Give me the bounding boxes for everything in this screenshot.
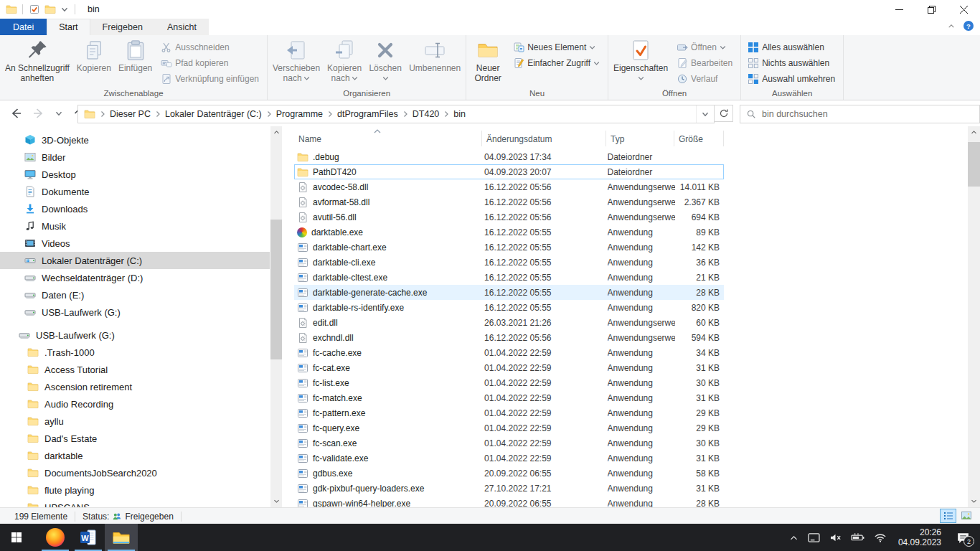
sidebar-item-dokumente[interactable]: Dokumente [0, 183, 270, 200]
column-header-größe[interactable]: Größe [674, 131, 724, 146]
file-row-fc-pattern-exe[interactable]: fc-pattern.exe01.04.2022 22:59Anwendung2… [294, 405, 724, 420]
taskbar-word-button[interactable]: W [72, 524, 105, 551]
breadcrumb-item-dt420[interactable]: DT420 [410, 109, 443, 119]
ribbon-button-öffnen[interactable]: Öffnen [674, 39, 735, 55]
tray-expand-button[interactable] [787, 524, 801, 551]
address-dropdown-button[interactable] [696, 105, 714, 123]
sidebar-item-ayllu[interactable]: ayllu [0, 413, 270, 430]
sidebar-item-dad-s-estate[interactable]: Dad's Estate [0, 430, 270, 447]
ribbon-button-nichts-auswählen[interactable]: Nichts auswählen [745, 55, 837, 70]
notification-center-button[interactable]: 2 [951, 524, 976, 551]
ribbon-button-auswahl-umkehren[interactable]: Auswahl umkehren [745, 71, 837, 86]
file-row-darktable-cli-exe[interactable]: darktable-cli.exe16.12.2022 05:55Anwendu… [294, 255, 724, 270]
ribbon-button-pfad-kopieren[interactable]: Pfad kopieren [159, 55, 261, 70]
sidebar-item-trash-1000[interactable]: .Trash-1000 [0, 344, 270, 361]
file-list-scrollbar[interactable] [968, 126, 980, 507]
wifi-icon[interactable] [872, 524, 889, 551]
ribbon-button-bearbeiten[interactable]: Bearbeiten [674, 55, 735, 70]
scroll-up-arrow[interactable] [270, 126, 282, 138]
file-row-pathdt420[interactable]: PathDT42004.09.2023 20:07Dateiordner [294, 164, 724, 179]
column-header-typ[interactable]: Typ [606, 131, 674, 146]
file-row-fc-cache-exe[interactable]: fc-cache.exe01.04.2022 22:59Anwendung34 … [294, 345, 724, 360]
sidebar-item-bilder[interactable]: Bilder [0, 149, 270, 166]
ribbon-button-kopieren-nach[interactable]: Kopierennach [324, 37, 365, 84]
ribbon-button-verschieben-nach[interactable]: Verschiebennach [269, 37, 324, 84]
refresh-button[interactable] [715, 105, 733, 122]
ribbon-button-löschen[interactable]: Löschen [365, 37, 405, 84]
file-row-darktable-cltest-exe[interactable]: darktable-cltest.exe16.12.2022 05:55Anwe… [294, 270, 724, 285]
start-button[interactable] [0, 524, 33, 551]
file-row-fc-validate-exe[interactable]: fc-validate.exe01.04.2022 22:59Anwendung… [294, 451, 724, 466]
help-icon[interactable]: ? [963, 20, 974, 32]
restore-button[interactable] [915, 0, 948, 19]
scrollbar-thumb[interactable] [968, 142, 980, 187]
sidebar-item-videos[interactable]: Videos [0, 235, 270, 252]
battery-icon[interactable] [849, 524, 867, 551]
ribbon-button-umbenennen[interactable]: Umbenennen [405, 37, 464, 75]
file-row-darktable-generate-cache-exe[interactable]: darktable-generate-cache.exe16.12.2022 0… [294, 285, 724, 300]
sidebar-item-usb-laufwerk-g[interactable]: USB-Laufwerk (G:) [0, 326, 270, 344]
file-row-debug[interactable]: .debug04.09.2023 17:34Dateiordner [294, 149, 724, 164]
file-row-gdbus-exe[interactable]: gdbus.exe20.09.2022 06:55Anwendung58 KB [294, 466, 724, 481]
file-row-avutil-56-dll[interactable]: avutil-56.dll16.12.2022 05:56Anwendungse… [294, 209, 724, 225]
minimize-button[interactable] [883, 0, 915, 19]
tablet-mode-icon[interactable] [806, 524, 822, 551]
ribbon-button-neues-element[interactable]: Neues Element [511, 39, 602, 55]
back-button[interactable] [4, 106, 27, 121]
sidebar-item-musik[interactable]: Musik [0, 217, 270, 235]
breadcrumb-item-bin[interactable]: bin [451, 109, 468, 119]
tab-ansicht[interactable]: Ansicht [155, 19, 209, 35]
thumbnails-view-button[interactable] [958, 509, 974, 523]
forward-button[interactable] [27, 106, 50, 121]
breadcrumb-item-dieser-pc[interactable]: Dieser PC [107, 109, 154, 119]
file-row-edit-dll[interactable]: edit.dll26.03.2021 21:26Anwendungserwe..… [294, 315, 724, 330]
qat-properties-button[interactable] [28, 3, 41, 16]
file-row-avformat-58-dll[interactable]: avformat-58.dll16.12.2022 05:56Anwendung… [294, 194, 724, 209]
sidebar-scrollbar[interactable] [270, 126, 282, 507]
taskbar-firefox-button[interactable] [39, 524, 72, 551]
taskbar-clock[interactable]: 20:26 04.09.2023 [894, 527, 946, 547]
sidebar-item-hpscans[interactable]: HPSCANS [0, 499, 270, 507]
file-row-darktable-chart-exe[interactable]: darktable-chart.exe16.12.2022 05:55Anwen… [294, 240, 724, 255]
breadcrumb-item-programme[interactable]: Programme [273, 109, 326, 119]
scroll-down-arrow[interactable] [270, 496, 282, 507]
column-header-name[interactable]: Name [294, 131, 482, 146]
file-row-darktable-exe[interactable]: darktable.exe16.12.2022 05:55Anwendung89… [294, 225, 724, 240]
taskbar-explorer-button[interactable] [105, 524, 138, 551]
ribbon-button-verknüpfung-einfügen[interactable]: Verknüpfung einfügen [159, 71, 261, 86]
ribbon-button-ausschneiden[interactable]: Ausschneiden [159, 39, 261, 55]
sidebar-item-flute-playing[interactable]: flute playing [0, 481, 270, 499]
sidebar-item-audio-recording[interactable]: Audio Recording [0, 395, 270, 413]
sidebar-item-darktable[interactable]: darktable [0, 447, 270, 464]
recent-locations-button[interactable] [50, 109, 67, 118]
collapse-ribbon-button[interactable] [947, 22, 956, 29]
ribbon-button-einfügen[interactable]: Einfügen [115, 37, 156, 75]
sidebar-item-access-tutorial[interactable]: Access Tutorial [0, 361, 270, 378]
file-row-exchndl-dll[interactable]: exchndl.dll16.12.2022 05:56Anwendungserw… [294, 330, 724, 345]
ribbon-button-einfacher-zugriff[interactable]: Einfacher Zugriff [511, 55, 602, 70]
sidebar-item-3d-objekte[interactable]: 3D-Objekte [0, 131, 270, 149]
file-row-gspawn-win64-helper-exe[interactable]: gspawn-win64-helper.exe20.09.2022 06:55A… [294, 496, 724, 507]
ribbon-button-an-schnellzugriff-anheften[interactable]: An Schnellzugriffanheften [1, 37, 73, 84]
breadcrumb-item-dtprogramfiles[interactable]: dtProgramFiles [334, 109, 401, 119]
ribbon-button-kopieren[interactable]: Kopieren [73, 37, 115, 75]
ribbon-button-alles-auswählen[interactable]: Alles auswählen [745, 39, 837, 55]
volume-muted-icon[interactable] [827, 524, 844, 551]
tab-datei[interactable]: Datei [0, 19, 47, 35]
file-row-fc-query-exe[interactable]: fc-query.exe01.04.2022 22:59Anwendung29 … [294, 420, 724, 435]
sidebar-item-daten-e[interactable]: Daten (E:) [0, 286, 270, 303]
sidebar-item-lokaler-datenträger-c[interactable]: Lokaler Datenträger (C:) [0, 252, 270, 269]
file-row-fc-list-exe[interactable]: fc-list.exe01.04.2022 22:59Anwendung30 K… [294, 375, 724, 390]
tab-start[interactable]: Start [47, 19, 90, 35]
scroll-down-arrow[interactable] [968, 496, 980, 507]
file-row-fc-cat-exe[interactable]: fc-cat.exe01.04.2022 22:59Anwendung31 KB [294, 360, 724, 375]
file-row-fc-scan-exe[interactable]: fc-scan.exe01.04.2022 22:59Anwendung30 K… [294, 435, 724, 451]
qat-new-folder-button[interactable] [44, 3, 57, 16]
details-view-button[interactable] [940, 509, 956, 523]
search-input[interactable] [760, 108, 943, 120]
file-row-fc-match-exe[interactable]: fc-match.exe01.04.2022 22:59Anwendung31 … [294, 390, 724, 405]
ribbon-button-verlauf[interactable]: Verlauf [674, 71, 735, 86]
close-button[interactable] [948, 0, 980, 19]
sidebar-item-wechseldatenträger-d[interactable]: Wechseldatenträger (D:) [0, 269, 270, 286]
sidebar-item-desktop[interactable]: Desktop [0, 166, 270, 183]
